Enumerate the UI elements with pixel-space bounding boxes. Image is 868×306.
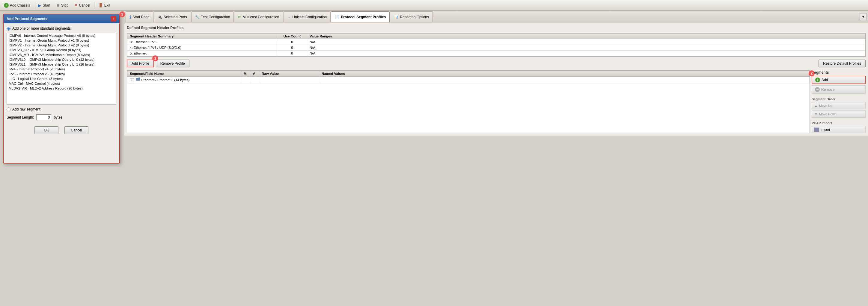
profile-icon: 📄 <box>335 15 339 19</box>
table-row[interactable]: 4: Ethernet / IPv6 / UDP (S:0/D:0) 0 N/A <box>127 45 865 50</box>
list-item[interactable]: ICMPv6 - Internet Control Message Protoc… <box>7 33 116 38</box>
stop-icon: ⏹ <box>56 3 60 7</box>
tab-bar: ℹ Start Page 🔌 Selected Ports 🔧 Test Con… <box>124 11 868 23</box>
start-button[interactable]: ▶ Start <box>35 1 53 9</box>
radio-standard-label[interactable]: Add one or more standard segments: <box>7 26 116 31</box>
tab-multicast-configuration[interactable]: ⟳ Multicast Configuration <box>234 11 283 22</box>
list-item[interactable]: IPv6 - Internet Protocol v6 (40 bytes) <box>7 72 116 76</box>
ethernet-icon <box>136 77 140 81</box>
move-down-button[interactable]: ▼ Move Down <box>812 110 866 118</box>
radio-standard-input[interactable] <box>7 27 10 31</box>
segments-label: Segments <box>812 70 866 74</box>
expand-icon[interactable]: + <box>130 78 134 82</box>
tab-reporting-options[interactable]: 📊 Reporting Options <box>390 11 433 22</box>
list-item[interactable]: IGMPV3L1 - IGMPv3 Membership Query L=1 (… <box>7 62 116 67</box>
field-raw-value <box>259 77 319 83</box>
pcap-import-button[interactable]: Import <box>812 126 866 133</box>
list-item[interactable]: IGMPV3_GR - IGMPv3 Group Record (8 bytes… <box>7 47 116 53</box>
start-icon: ▶ <box>38 3 41 8</box>
col-field-name: Segment/Field Name <box>127 71 241 77</box>
col-m: M <box>241 71 250 77</box>
modal-titlebar: Add Protocol Segments × <box>4 14 119 23</box>
toolbar: + Add Chassis ▶ Start ⏹ Stop ✕ Cancel 🚪 … <box>0 0 868 11</box>
list-item[interactable]: IGMPV2 - Internet Group Mgmt Protocol v2… <box>7 43 116 47</box>
start-page-icon: ℹ <box>129 15 131 20</box>
segment-length-row: Segment Length: bytes 3 <box>7 114 116 121</box>
segment-length-input[interactable] <box>36 114 51 121</box>
field-named-values <box>319 77 810 83</box>
list-item[interactable]: LLC - Logical Link Control (3 bytes) <box>7 76 116 81</box>
field-table: Segment/Field Name M V Raw Value Named V… <box>127 71 810 83</box>
move-down-icon: ▼ <box>814 112 818 116</box>
radio-raw-label[interactable]: Add raw segment: <box>7 107 116 111</box>
add-profile-button[interactable]: Add Profile <box>127 60 154 67</box>
unicast-icon: → <box>287 15 291 19</box>
right-panel: ℹ Start Page 🔌 Selected Ports 🔧 Test Con… <box>124 11 868 136</box>
stop-button[interactable]: ⏹ Stop <box>54 1 71 9</box>
remove-profile-button[interactable]: Remove Profile <box>156 60 189 67</box>
add-segment-icon: + <box>815 77 820 82</box>
col-value-ranges: Value Ranges <box>307 34 865 39</box>
modal-close-button[interactable]: × <box>111 16 116 22</box>
row-value-ranges: N/A <box>307 39 865 45</box>
tab-start-page[interactable]: ℹ Start Page <box>126 11 153 22</box>
selected-ports-icon: 🔌 <box>158 15 162 19</box>
list-item[interactable]: IGMPV3L0 - IGMPv3 Membership Query L=0 (… <box>7 57 116 62</box>
tab-protocol-segment-profiles[interactable]: 📄 Protocol Segment Profiles <box>331 11 390 22</box>
annotation-3: 3 <box>119 11 125 18</box>
multicast-icon: ⟳ <box>238 15 241 19</box>
pcap-icon <box>814 128 819 132</box>
col-named-values: Named Values <box>319 71 810 77</box>
ok-button[interactable]: OK <box>34 126 58 134</box>
row-use-count: 0 <box>277 50 307 56</box>
exit-button[interactable]: 🚪 Exit <box>96 1 113 9</box>
field-v <box>250 77 259 83</box>
add-protocol-segments-dialog: Add Protocol Segments × Add one or more … <box>3 14 120 164</box>
svg-rect-3 <box>139 77 140 78</box>
svg-rect-1 <box>137 77 137 78</box>
pcap-label: PCAP Import <box>812 121 866 125</box>
list-item[interactable]: MLDV2_AR - MLDv2 Address Record (20 byte… <box>7 86 116 91</box>
add-chassis-button[interactable]: + Add Chassis <box>1 1 33 9</box>
move-up-icon: ▲ <box>814 104 818 107</box>
list-item[interactable]: IGMPV1 - Internet Group Mgmt Protocol v1… <box>7 38 116 43</box>
report-icon: 📊 <box>394 15 398 19</box>
section-title: Defined Segment Header Profiles <box>127 26 866 30</box>
separator2 <box>94 2 94 9</box>
segment-header-table: Segment Header Summary Use Count Value R… <box>127 33 865 56</box>
cancel-dialog-button[interactable]: Cancel <box>64 126 88 134</box>
exit-icon: 🚪 <box>98 3 103 7</box>
tab-test-configuration[interactable]: 🔧 Test Configuration <box>191 11 234 22</box>
move-up-button[interactable]: ▲ Move Up <box>812 102 866 109</box>
radio-raw-input[interactable] <box>7 107 10 111</box>
segments-list[interactable]: ICMPv6 - Internet Control Message Protoc… <box>7 33 116 105</box>
row-summary: 4: Ethernet / IPv6 / UDP (S:0/D:0) <box>127 45 277 50</box>
row-value-ranges: N/A <box>307 50 865 56</box>
field-table-section: Segment/Field Name M V Raw Value Named V… <box>127 70 810 133</box>
field-table-row[interactable]: + Ethernet - Ethernet II (14 <box>127 77 810 83</box>
table-row[interactable]: 5: Ethernet 0 N/A <box>127 50 865 56</box>
cancel-button[interactable]: ✕ Cancel <box>72 1 93 9</box>
add-segment-button[interactable]: + Add <box>812 76 866 84</box>
restore-defaults-button[interactable]: Restore Default Profiles <box>818 60 866 67</box>
remove-segment-button[interactable]: − Remove <box>812 85 866 94</box>
list-item[interactable]: IPv4 - Internet Protocol v4 (20 bytes) <box>7 67 116 72</box>
tab-unicast-configuration[interactable]: → Unicast Configuration <box>283 11 331 22</box>
profile-actions: 1 Add Profile Remove Profile Restore Def… <box>127 58 866 69</box>
segments-sidebar: 2 Segments + Add − Remove Segment Order … <box>812 70 866 133</box>
split-area: Segment/Field Name M V Raw Value Named V… <box>127 70 866 133</box>
table-row[interactable]: 3: Ethernet / IPv6 0 N/A <box>127 39 865 45</box>
list-item[interactable]: IGMPV3_MR - IGMPv3 Membership Report (8 … <box>7 53 116 57</box>
remove-segment-icon: − <box>815 87 820 92</box>
list-item[interactable]: MAC-Ctrl - MAC Control (4 bytes) <box>7 81 116 86</box>
modal-body: Add one or more standard segments: ICMPv… <box>4 23 119 140</box>
tab-selected-ports[interactable]: 🔌 Selected Ports <box>154 11 191 22</box>
cancel-icon: ✕ <box>74 3 78 7</box>
row-use-count: 0 <box>277 39 307 45</box>
modal-footer: OK Cancel <box>7 123 116 137</box>
tab-overflow-button[interactable]: ▼ <box>860 13 867 20</box>
row-value-ranges: N/A <box>307 45 865 50</box>
annotation-2: 2 <box>809 70 815 76</box>
col-v: V <box>250 71 259 77</box>
col-raw-value: Raw Value <box>259 71 319 77</box>
